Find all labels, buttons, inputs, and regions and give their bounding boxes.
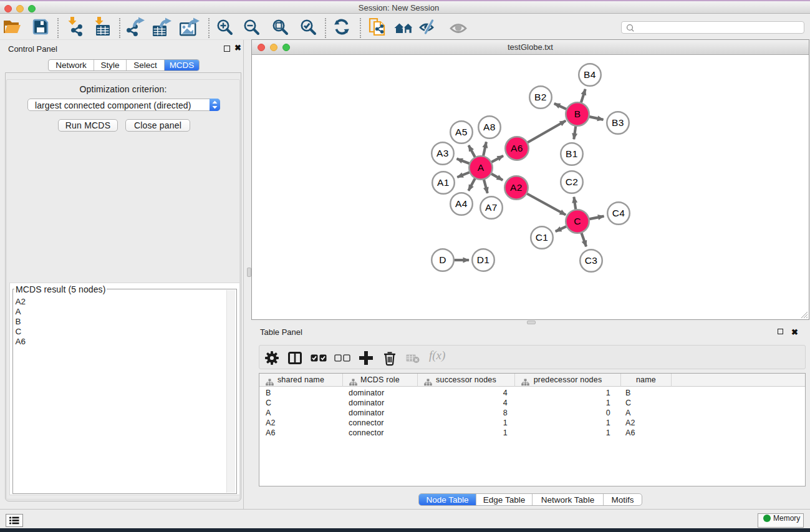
svg-text:C2: C2: [566, 177, 579, 187]
svg-text:A4: A4: [455, 198, 468, 209]
svg-text:C4: C4: [612, 208, 625, 218]
svg-text:C3: C3: [585, 255, 598, 266]
svg-text:A5: A5: [455, 127, 468, 137]
svg-text:A7: A7: [485, 202, 498, 213]
svg-text:B2: B2: [534, 92, 547, 102]
svg-text:B3: B3: [612, 117, 624, 128]
svg-text:C1: C1: [536, 232, 549, 243]
svg-text:C: C: [574, 216, 581, 226]
svg-text:B4: B4: [584, 69, 596, 80]
svg-text:B1: B1: [566, 148, 578, 159]
svg-text:A6: A6: [511, 143, 523, 153]
svg-text:A8: A8: [483, 122, 496, 132]
svg-text:A3: A3: [436, 148, 449, 158]
svg-text:A: A: [478, 162, 485, 173]
svg-text:D1: D1: [477, 254, 490, 265]
svg-text:B: B: [574, 109, 581, 119]
svg-text:A2: A2: [510, 182, 523, 193]
svg-text:A1: A1: [437, 177, 450, 188]
svg-text:D: D: [439, 254, 446, 265]
